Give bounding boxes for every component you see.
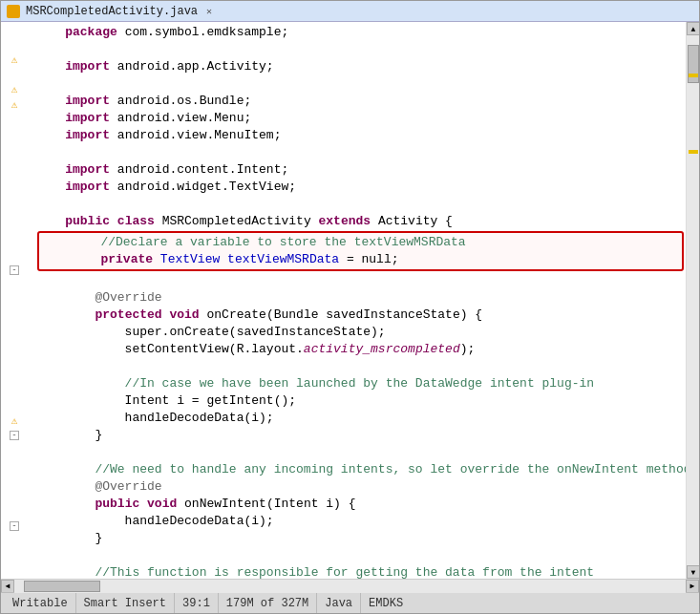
warning-marker4: ⚠ [11,414,18,427]
vertical-scrollbar[interactable]: ▲ ▼ [686,22,699,579]
code-line: //Declare a variable to store the textVi… [41,234,680,251]
gutter-row [1,247,28,263]
scroll-left-button[interactable]: ◀ [1,580,14,593]
code-line: handleDecodeData(i); [35,513,686,530]
code-line: //We need to handle any incoming intents… [35,461,686,478]
scroll-up-button[interactable]: ▲ [687,22,699,35]
memory-status: 179M of 327M [219,593,317,613]
code-line: private TextView textViewMSRData = null; [41,251,680,268]
gutter-row [1,37,28,53]
code-line [35,41,686,58]
gutter-row [1,158,28,173]
code-line: import android.content.Intent; [35,161,686,179]
gutter-row [1,278,28,293]
title-bar: MSRCompletedActivity.java ✕ [1,1,699,22]
bookmark-marker [689,150,698,154]
gutter-row [1,383,28,398]
code-line: setContentView(R.layout.activity_msrcomp… [35,341,686,358]
horizontal-scrollbar[interactable]: ◀ ▶ [1,579,699,592]
warning-marker3: ⚠ [11,98,18,111]
gutter-row: ⚠ [1,413,28,429]
code-line: //In case we have been launched by the D… [35,375,686,392]
cursor-position: 39:1 [175,593,219,613]
insert-mode-status: Smart Insert [76,593,175,613]
code-line [35,272,686,289]
scroll-down-button[interactable]: ▼ [687,565,699,579]
code-line: import android.app.Activity; [35,58,686,75]
code-line: super.onCreate(savedInstanceState); [35,324,686,341]
main-window: MSRCompletedActivity.java ✕ ⚠ ⚠ ⚠ [0,0,700,614]
code-line [35,196,686,213]
gutter-row [1,398,28,413]
code-line: public void onNewIntent(Intent i) { [35,496,686,513]
h-scroll-track[interactable] [14,580,686,593]
gutter-row: ⚠ [1,53,28,68]
gutter-row [1,548,28,563]
code-line: @Override [35,289,686,307]
code-line: Intent i = getIntent(); [35,392,686,410]
gutter-row [1,142,28,158]
code-line [35,144,686,161]
status-bar: Writable Smart Insert 39:1 179M of 327M … [1,592,699,613]
fold-button2[interactable]: - [10,431,19,440]
gutter-row [1,323,28,338]
code-line: protected void onCreate(Bundle savedInst… [35,307,686,324]
fold-indicator2[interactable]: - [1,428,28,443]
gutter-row [1,534,28,549]
highlighted-code-block: //Declare a variable to store the textVi… [37,231,684,271]
gutter-row [1,353,28,369]
fold-indicator[interactable]: - [1,263,28,278]
gutter-row [1,113,28,128]
code-line: @Override [35,478,686,496]
tab-close-button[interactable]: ✕ [206,6,212,17]
gutter-row [1,293,28,308]
bookmark-marker [689,74,698,77]
gutter-row [1,127,28,142]
gutter-row [1,233,28,248]
code-line: import android.os.Bundle; [35,93,686,110]
gutter-row [1,474,28,489]
code-line: //This function is responsible for getti… [35,564,686,579]
scroll-right-button[interactable]: ▶ [686,580,699,593]
code-line: package com.symbol.emdksample; [35,24,686,41]
gutter-row [1,338,28,353]
gutter-row [1,307,28,323]
code-line: import android.view.MenuItem; [35,127,686,144]
fold-button3[interactable]: - [10,521,19,531]
fold-button[interactable]: - [10,265,19,275]
scroll-thumb[interactable] [688,45,699,83]
file-icon [7,5,20,18]
code-line: handleDecodeData(i); [35,410,686,427]
gutter-row [1,503,28,519]
gutter-row: ⚠ [1,82,28,97]
java-indicator: Java [317,593,361,613]
gutter-row [1,22,28,37]
editor-area: ⚠ ⚠ ⚠ [1,22,699,579]
code-line: } [35,530,686,547]
gutter-row [1,218,28,233]
code-line [35,75,686,93]
fold-indicator3[interactable]: - [1,519,28,534]
gutter-row [1,202,28,218]
gutter-row [1,187,28,202]
gutter-row [1,173,28,188]
code-content: package com.symbol.emdksample; import an… [28,22,686,579]
warning-marker: ⚠ [11,53,18,66]
code-line: import android.widget.TextView; [35,179,686,196]
h-scroll-thumb[interactable] [24,581,100,592]
gutter-row [1,67,28,82]
gutter-row [1,458,28,474]
left-gutter: ⚠ ⚠ ⚠ [1,22,28,579]
scroll-track[interactable] [687,35,699,565]
gutter-row [1,368,28,383]
tab-title[interactable]: MSRCompletedActivity.java [26,5,198,18]
code-line [35,358,686,375]
code-line: import android.view.Menu; [35,110,686,127]
code-line [35,444,686,461]
warning-marker2: ⚠ [11,83,18,95]
writable-status: Writable [5,593,76,613]
emdks-indicator: EMDKS [361,593,411,613]
code-line: } [35,427,686,444]
code-editor[interactable]: package com.symbol.emdksample; import an… [28,22,686,579]
code-line: public class MSRCompletedActivity extend… [35,213,686,230]
